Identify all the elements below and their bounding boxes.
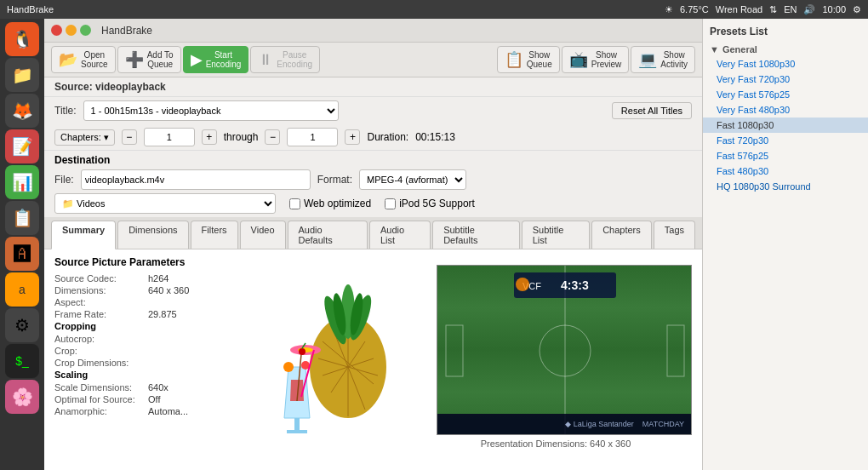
optimal-label: Optimal for Source:: [54, 394, 148, 404]
dock-item-app[interactable]: 🌸: [5, 380, 39, 414]
toolbar: 📂 OpenSource ➕ Add ToQueue ▶ StartEncodi…: [44, 43, 702, 77]
optimal-row: Optimal for Source: Off: [54, 394, 225, 404]
format-select[interactable]: MPEG-4 (avformat): [359, 169, 466, 190]
dock-item-notes[interactable]: 📋: [5, 201, 39, 235]
format-label: Format:: [317, 174, 352, 186]
ipod-5g-checkbox[interactable]: [385, 198, 396, 209]
tab-audio-list[interactable]: Audio List: [369, 221, 431, 249]
file-input[interactable]: [81, 169, 311, 190]
pause-icon: ⏸: [258, 51, 273, 69]
pause-label: PauseEncoding: [277, 50, 312, 69]
source-label: Source:: [54, 81, 93, 93]
chapter-from-input[interactable]: [144, 128, 195, 146]
pause-encoding-button[interactable]: ⏸ PauseEncoding: [250, 46, 320, 73]
autocrop-row: Autocrop:: [54, 334, 225, 344]
web-optimized-checkbox[interactable]: [289, 198, 300, 209]
chapter-from-dec[interactable]: −: [122, 129, 137, 145]
chapter-from-inc[interactable]: +: [202, 129, 217, 145]
preset-very-fast-480p30[interactable]: Very Fast 480p30: [703, 102, 868, 118]
start-encoding-button[interactable]: ▶ StartEncoding: [183, 46, 249, 73]
presets-panel: Presets List ▼ General Very Fast 1080p30…: [702, 19, 868, 470]
dock-item-font[interactable]: 🅰: [5, 237, 39, 271]
graphic-container: [237, 256, 408, 435]
dock-item-ubuntu[interactable]: 🐧: [5, 22, 39, 56]
temp-label: 6.75°C: [680, 4, 709, 14]
preset-group-general[interactable]: ▼ General: [703, 43, 868, 56]
show-queue-button[interactable]: 📋 ShowQueue: [497, 46, 560, 73]
duration-label: Duration:: [367, 131, 408, 143]
scale-dims-row: Scale Dimensions: 640x: [54, 382, 225, 393]
maximize-button[interactable]: [80, 25, 91, 36]
dock: 🐧 📁 🦊 📝 📊 📋 🅰 a ⚙ $_ 🌸: [0, 19, 44, 470]
framerate-row: Frame Rate: 29.875: [54, 309, 225, 319]
system-bar: HandBrake ☀ 6.75°C Wren Road ⇅ EN 🔊 10:0…: [0, 0, 868, 19]
reset-all-titles-button[interactable]: Reset All Titles: [612, 102, 692, 119]
start-label: StartEncoding: [206, 50, 242, 69]
svg-text:4:3:3: 4:3:3: [561, 278, 589, 292]
aspect-row: Aspect:: [54, 297, 225, 307]
matchday-text: ◆ LaLiga Santander MATCHDAY: [565, 420, 684, 428]
system-settings-icon[interactable]: ⚙: [853, 4, 861, 15]
dock-item-text[interactable]: 📝: [5, 129, 39, 163]
preset-very-fast-576p25[interactable]: Very Fast 576p25: [703, 87, 868, 102]
dock-item-files[interactable]: 📁: [5, 58, 39, 92]
close-button[interactable]: [51, 25, 62, 36]
chapters-dropdown[interactable]: Chapters: ▾: [54, 129, 115, 146]
dims-row: Dimensions: 640 x 360: [54, 285, 225, 295]
dock-item-amazon[interactable]: a: [5, 272, 39, 307]
dock-item-terminal[interactable]: $_: [5, 344, 39, 378]
dock-item-spreadsheet[interactable]: 📊: [5, 165, 39, 199]
network-icon: ⇅: [769, 4, 777, 15]
tab-chapters[interactable]: Chapters: [591, 221, 652, 249]
tab-filters[interactable]: Filters: [191, 221, 238, 249]
source-value: videoplayback: [95, 81, 166, 93]
title-bar: HandBrake: [44, 19, 702, 43]
chapter-to-dec[interactable]: −: [265, 129, 280, 145]
preset-fast-480p30[interactable]: Fast 480p30: [703, 163, 868, 179]
general-group-label: General: [722, 44, 757, 54]
ipod-5g-label[interactable]: iPod 5G Support: [385, 198, 475, 209]
minimize-button[interactable]: [66, 25, 77, 36]
tab-tags[interactable]: Tags: [654, 221, 695, 249]
folder-select[interactable]: 📁 Videos: [54, 193, 276, 214]
preset-hq-1080p30[interactable]: HQ 1080p30 Surround: [703, 179, 868, 194]
show-preview-button[interactable]: 📺 ShowPreview: [562, 46, 630, 73]
preset-very-fast-720p30[interactable]: Very Fast 720p30: [703, 72, 868, 87]
preset-fast-576p25[interactable]: Fast 576p25: [703, 148, 868, 163]
tab-content: Source Picture Parameters Source Codec: …: [44, 249, 702, 470]
svg-rect-26: [446, 325, 463, 376]
codec-row: Source Codec: h264: [54, 273, 225, 284]
show-activity-button[interactable]: 💻 ShowActivity: [631, 46, 695, 73]
open-source-icon: 📂: [59, 50, 77, 69]
presets-title: Presets List: [703, 22, 868, 43]
optimal-val: Off: [148, 394, 160, 404]
window-title: HandBrake: [101, 25, 152, 37]
tab-summary[interactable]: Summary: [51, 221, 116, 249]
anamorphic-label: Anamorphic:: [54, 406, 148, 416]
codec-val: h264: [148, 273, 168, 284]
title-row: Title: 1 - 00h15m13s - videoplayback Res…: [44, 97, 702, 124]
dock-item-settings[interactable]: ⚙: [5, 308, 39, 342]
anamorphic-val: Automa...: [148, 406, 188, 416]
tab-audio-defaults[interactable]: Audio Defaults: [288, 221, 368, 249]
tab-subtitle-list[interactable]: Subtitle List: [522, 221, 590, 249]
title-select[interactable]: 1 - 00h15m13s - videoplayback: [83, 100, 339, 121]
activity-icon: 💻: [638, 50, 657, 69]
crop-dims-row: Crop Dimensions:: [54, 358, 225, 368]
file-label: File:: [54, 174, 74, 186]
preset-very-fast-1080p30[interactable]: Very Fast 1080p30: [703, 56, 868, 72]
tab-subtitle-defaults[interactable]: Subtitle Defaults: [432, 221, 520, 249]
tab-dimensions[interactable]: Dimensions: [117, 221, 188, 249]
dock-item-firefox[interactable]: 🦊: [5, 94, 39, 128]
chapter-to-input[interactable]: [287, 128, 338, 146]
open-source-button[interactable]: 📂 OpenSource: [51, 46, 116, 73]
pres-value: 640 x 360: [590, 438, 631, 449]
tab-video[interactable]: Video: [240, 221, 286, 249]
preset-fast-1080p30[interactable]: Fast 1080p30: [703, 118, 868, 133]
framerate-val: 29.875: [148, 309, 177, 319]
preset-fast-720p30[interactable]: Fast 720p30: [703, 133, 868, 148]
chapter-to-inc[interactable]: +: [345, 129, 360, 145]
matchday-bar: ◆ LaLiga Santander MATCHDAY: [437, 414, 691, 434]
web-optimized-label[interactable]: Web optimized: [289, 198, 371, 209]
add-to-queue-button[interactable]: ➕ Add ToQueue: [117, 46, 181, 73]
